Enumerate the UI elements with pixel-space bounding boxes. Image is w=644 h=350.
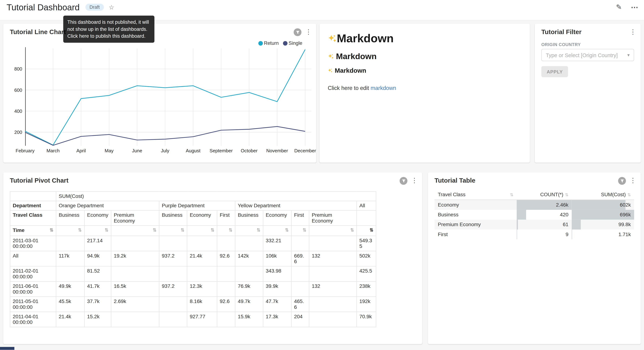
sort-icon[interactable]: ⇅: [153, 228, 156, 233]
sparkles-icon: [328, 34, 337, 43]
select-placeholder: Type or Select [Origin Country]: [546, 52, 626, 58]
sort-icon[interactable]: ⇅: [105, 228, 108, 233]
table-card: Tutorial Table ⋮ Travel Class⇅COUNT(*)⇅S…: [428, 172, 641, 344]
sparkles-icon: [328, 53, 334, 60]
sort-icon[interactable]: ⇅: [285, 228, 289, 233]
data-table: Travel Class⇅COUNT(*)⇅SUM(Cost)⇅Economy2…: [434, 190, 634, 240]
table-header-row: Travel Class⇅COUNT(*)⇅SUM(Cost)⇅: [434, 190, 634, 200]
svg-text:800: 800: [14, 66, 22, 72]
table-card-menu-icon[interactable]: ⋮: [629, 177, 636, 185]
line-chart-legend: ReturnSingle: [258, 40, 302, 46]
more-options-icon[interactable]: ⋯: [631, 3, 638, 12]
pivot-chart-title: Tutorial Pivot Chart: [10, 177, 68, 184]
svg-text:February: February: [16, 148, 34, 154]
pivot-row: All117k94.9k19.2k937.221.4k92.6142k106k6…: [10, 251, 376, 266]
table-row: Economy2.46k602k: [434, 200, 634, 210]
origin-country-label: ORIGIN COUNTRY: [541, 42, 581, 47]
markdown-heading-3: Markdown: [328, 67, 522, 74]
pivot-row: 2011-05-01 00:00:0045.5k37.7k2.69k8.16k9…: [10, 297, 376, 312]
legend-item[interactable]: Single: [283, 40, 302, 46]
sort-icon[interactable]: ⇅: [78, 228, 82, 233]
pivot-sort-row: Time⇅⇅⇅⇅⇅⇅⇅⇅⇅⇅⇅⇅: [10, 226, 376, 236]
svg-text:600: 600: [14, 88, 22, 93]
markdown-paragraph-text: Click here to edit: [328, 85, 370, 91]
table-row: Premium Economy6199.8k: [434, 220, 634, 230]
pivot-row: 2011-06-01 00:00:0049.9k41.7k16.5k937.21…: [10, 282, 376, 297]
pivot-chart-menu-icon[interactable]: ⋮: [411, 177, 418, 185]
favorite-star-icon[interactable]: ☆: [109, 4, 114, 10]
markdown-heading-1: Markdown: [328, 32, 522, 45]
pivot-subheader-row: Travel ClassBusinessEconomyPremium Econo…: [10, 210, 376, 226]
legend-dot: [258, 41, 263, 45]
markdown-edit-link[interactable]: markdown: [370, 85, 396, 91]
sort-icon[interactable]: ⇅: [510, 192, 514, 197]
dashboard-page: Tutorial Dashboard Draft ☆ ✎ ⋯ This dash…: [0, 0, 644, 350]
table-card-title: Tutorial Table: [434, 177, 475, 184]
table-row: First91.71k: [434, 230, 634, 240]
svg-text:April: April: [76, 148, 86, 154]
page-title: Tutorial Dashboard: [6, 1, 80, 14]
filter-card: Tutorial Filter ⋮ ORIGIN COUNTRY Type or…: [535, 24, 641, 162]
svg-text:May: May: [105, 148, 114, 154]
origin-country-select[interactable]: Type or Select [Origin Country] ▾: [541, 49, 634, 61]
line-chart-card: Tutorial Line Chart ⋮ ReturnSingle 20040…: [3, 24, 316, 162]
filter-indicator-icon[interactable]: [618, 177, 626, 185]
pivot-row: 2011-04-01 00:00:0021.4k15.2k927.7715.9k…: [10, 312, 376, 327]
draft-badge[interactable]: Draft: [86, 4, 104, 11]
sort-icon[interactable]: ⇅: [50, 228, 53, 233]
sort-icon[interactable]: ⇅: [181, 228, 184, 233]
edit-dashboard-icon[interactable]: ✎: [616, 3, 622, 12]
svg-text:400: 400: [14, 108, 22, 114]
markdown-content: Markdown Markdown Markdown Click here to…: [328, 32, 522, 91]
pivot-group-header-row: DepartmentOrange DepartmentPurple Depart…: [10, 201, 376, 210]
markdown-paragraph: Click here to edit markdown: [328, 85, 522, 91]
pivot-row: 2011-03-01 00:00:00217.14332.21549.35: [10, 236, 376, 251]
sort-icon[interactable]: ⇅: [210, 228, 214, 233]
draft-tooltip[interactable]: This dashboard is not published, it will…: [63, 16, 154, 43]
sort-icon[interactable]: ⇅: [302, 228, 306, 233]
sort-icon[interactable]: ⇅: [350, 228, 354, 233]
svg-text:June: June: [132, 148, 142, 154]
filter-card-menu-icon[interactable]: ⋮: [629, 28, 636, 36]
svg-text:July: July: [161, 148, 169, 154]
filter-card-title: Tutorial Filter: [541, 28, 582, 36]
svg-text:August: August: [186, 148, 201, 154]
svg-text:December: December: [294, 148, 316, 154]
sort-icon[interactable]: ⇅: [229, 228, 232, 233]
svg-text:October: October: [241, 148, 258, 154]
sort-icon[interactable]: ⇅: [628, 192, 631, 197]
legend-item[interactable]: Return: [258, 40, 279, 46]
filter-indicator-icon[interactable]: [400, 177, 408, 185]
sort-icon[interactable]: ⇅: [370, 228, 373, 233]
apply-button[interactable]: APPLY: [541, 66, 568, 77]
pivot-chart-card: Tutorial Pivot Chart ⋮ SUM(Cost)Departme…: [3, 172, 422, 344]
sort-icon[interactable]: ⇅: [257, 228, 260, 233]
pivot-measure-row: SUM(Cost): [10, 192, 376, 201]
sparkles-icon: [328, 68, 333, 73]
svg-text:November: November: [266, 148, 288, 154]
svg-text:March: March: [46, 148, 60, 154]
bottom-left-strip: [0, 347, 14, 350]
pivot-table: SUM(Cost)DepartmentOrange DepartmentPurp…: [10, 191, 376, 327]
sort-icon[interactable]: ⇅: [565, 192, 568, 197]
svg-text:September: September: [210, 148, 233, 154]
chevron-down-icon: ▾: [627, 52, 630, 58]
table-row: Business420696k: [434, 210, 634, 220]
markdown-heading-2: Markdown: [328, 52, 522, 61]
svg-text:200: 200: [14, 130, 22, 135]
markdown-card: Markdown Markdown Markdown Click here to…: [320, 24, 530, 162]
legend-dot: [283, 41, 287, 45]
pivot-row: 2011-02-01 00:00:0081.52343.98425.5: [10, 266, 376, 282]
